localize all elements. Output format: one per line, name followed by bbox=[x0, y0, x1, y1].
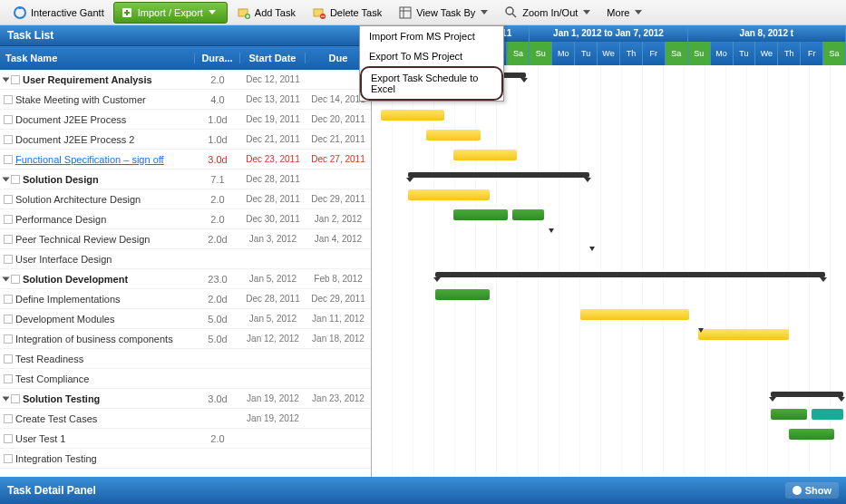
task-name-label: Create Test Cases bbox=[15, 413, 97, 424]
task-name-label: Test Compliance bbox=[15, 373, 89, 384]
day-header: Fr bbox=[643, 42, 666, 65]
zoom-label: Zoom In/Out bbox=[522, 7, 578, 18]
show-panel-button[interactable]: Show bbox=[785, 482, 839, 499]
task-name-label: Integration of business components bbox=[15, 334, 173, 344]
more-button[interactable]: More bbox=[599, 5, 649, 21]
zoom-button[interactable]: Zoom In/Out bbox=[497, 3, 598, 23]
expand-icon[interactable] bbox=[3, 177, 10, 181]
task-name-label: Document J2EE Process bbox=[15, 114, 126, 125]
dropdown-item-export-excel[interactable]: Export Task Schedule to Excel bbox=[360, 66, 503, 101]
task-row[interactable]: Stake Meeting with Customer4.0Dec 13, 20… bbox=[0, 90, 371, 110]
task-row[interactable]: User Test 12.0 bbox=[0, 429, 371, 449]
dependency-arrow-icon bbox=[549, 228, 554, 233]
svg-rect-6 bbox=[400, 7, 411, 18]
task-row[interactable]: Functional Specification – sign off3.0dD… bbox=[0, 150, 371, 170]
task-row[interactable]: Define Implementations2.0dDec 28, 2011De… bbox=[0, 289, 371, 309]
toolbar: Interactive Gantt Import / Export Add Ta… bbox=[0, 0, 846, 25]
gantt-bar[interactable] bbox=[771, 392, 843, 397]
expand-icon[interactable] bbox=[3, 396, 10, 401]
gantt-bar[interactable] bbox=[435, 289, 490, 300]
svg-point-7 bbox=[506, 7, 513, 15]
task-row[interactable]: Performance Design2.0Dec 30, 2011Jan 2, … bbox=[0, 209, 371, 229]
day-header: Su bbox=[688, 42, 711, 65]
task-icon bbox=[4, 115, 13, 124]
import-export-label: Import / Export bbox=[138, 7, 203, 18]
task-icon bbox=[4, 155, 13, 164]
day-header: Sa bbox=[823, 42, 846, 65]
task-row[interactable]: Solution Testing3.0dJan 19, 2012Jan 23, … bbox=[0, 389, 371, 409]
day-header: Fr bbox=[801, 42, 823, 65]
gantt-bar[interactable] bbox=[453, 150, 517, 160]
interactive-gantt-button[interactable]: Interactive Gantt bbox=[5, 3, 112, 23]
task-start: Dec 28, 2011 bbox=[240, 294, 306, 304]
caret-down-icon bbox=[209, 10, 216, 15]
gantt-bar[interactable] bbox=[812, 409, 843, 420]
task-duration: 2.0 bbox=[195, 433, 240, 444]
task-icon bbox=[11, 75, 20, 84]
gantt-bar[interactable] bbox=[580, 309, 689, 320]
task-icon bbox=[4, 95, 13, 104]
task-due: Dec 29, 2011 bbox=[306, 194, 371, 204]
task-start: Jan 12, 2012 bbox=[240, 334, 306, 344]
delete-task-button[interactable]: Delete Task bbox=[305, 3, 389, 23]
task-row[interactable]: Solution Design7.1Dec 28, 2011 bbox=[0, 170, 371, 189]
gantt-bar[interactable] bbox=[512, 209, 544, 220]
task-icon bbox=[4, 434, 13, 443]
task-row[interactable]: Document J2EE Process1.0dDec 19, 2011Dec… bbox=[0, 110, 371, 130]
task-name-label: Define Implementations bbox=[15, 294, 121, 305]
task-icon bbox=[4, 135, 13, 144]
task-row[interactable]: Solution Architecture Design2.0Dec 28, 2… bbox=[0, 189, 371, 209]
zoom-icon bbox=[504, 5, 519, 20]
task-row[interactable]: Integration Testing bbox=[0, 449, 371, 469]
dropdown-item-export-ms[interactable]: Export To MS Project bbox=[360, 46, 503, 66]
task-detail-title: Task Detail Panel bbox=[7, 484, 96, 497]
expand-icon[interactable] bbox=[3, 77, 10, 82]
dropdown-item-import-ms[interactable]: Import From MS Project bbox=[360, 26, 503, 46]
more-label: More bbox=[607, 7, 629, 18]
task-start: Dec 30, 2011 bbox=[240, 214, 306, 224]
task-icon bbox=[4, 354, 13, 363]
day-header: Tu bbox=[734, 42, 756, 65]
col-duration[interactable]: Dura... bbox=[195, 53, 240, 63]
gantt-bar[interactable] bbox=[408, 189, 490, 200]
view-task-by-label: View Task By bbox=[416, 7, 475, 18]
gantt-bar[interactable] bbox=[381, 110, 444, 121]
task-start: Jan 19, 2012 bbox=[240, 413, 306, 423]
add-task-button[interactable]: Add Task bbox=[229, 3, 303, 23]
view-task-by-button[interactable]: View Task By bbox=[391, 3, 495, 23]
pin-icon bbox=[793, 486, 802, 495]
task-row[interactable]: Solution Development23.0Jan 5, 2012Feb 8… bbox=[0, 269, 371, 289]
expand-icon[interactable] bbox=[3, 276, 10, 281]
task-row[interactable]: Development Modules5.0dJan 5, 2012Jan 11… bbox=[0, 309, 371, 329]
task-start: Jan 5, 2012 bbox=[240, 314, 306, 324]
task-icon bbox=[11, 275, 20, 284]
task-row[interactable]: Test Compliance bbox=[0, 369, 371, 389]
task-row[interactable]: User Requirement Analysis2.0Dec 12, 2011 bbox=[0, 70, 371, 90]
gantt-bar[interactable] bbox=[435, 272, 825, 277]
task-start: Dec 13, 2011 bbox=[240, 94, 306, 104]
gantt-bar[interactable] bbox=[408, 172, 589, 178]
col-task-name[interactable]: Task Name bbox=[0, 53, 195, 63]
day-header: We bbox=[598, 42, 620, 65]
task-row[interactable]: Integration of business components5.0dJa… bbox=[0, 329, 371, 349]
task-start: Dec 21, 2011 bbox=[240, 134, 306, 144]
gantt-bar[interactable] bbox=[426, 130, 481, 141]
task-row[interactable]: User Interface Design bbox=[0, 249, 371, 269]
gantt-chart[interactable] bbox=[372, 65, 846, 477]
task-icon bbox=[4, 374, 13, 383]
gantt-bar[interactable] bbox=[698, 329, 789, 340]
day-header: Su bbox=[530, 42, 552, 65]
import-export-button[interactable]: Import / Export bbox=[113, 2, 228, 24]
task-row[interactable]: Peer Technical Review Design2.0dJan 3, 2… bbox=[0, 229, 371, 249]
task-row[interactable]: Create Test CasesJan 19, 2012 bbox=[0, 409, 371, 429]
task-name-label: Solution Testing bbox=[23, 393, 100, 404]
task-duration: 1.0d bbox=[195, 114, 240, 125]
gantt-bar[interactable] bbox=[789, 429, 834, 440]
task-row[interactable]: Test Readiness bbox=[0, 349, 371, 369]
task-list-panel: Task List Task Name Dura... Start Date D… bbox=[0, 25, 372, 477]
delete-icon bbox=[312, 5, 326, 20]
task-row[interactable]: Document J2EE Process 21.0dDec 21, 2011D… bbox=[0, 130, 371, 150]
col-start-date[interactable]: Start Date bbox=[240, 53, 306, 63]
task-due: Jan 4, 2012 bbox=[306, 234, 371, 244]
task-icon bbox=[4, 315, 13, 324]
